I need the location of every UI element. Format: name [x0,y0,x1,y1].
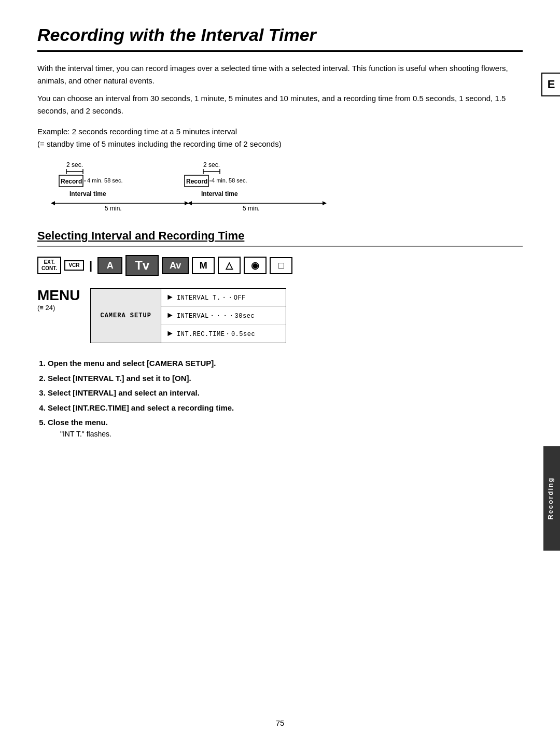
menu-area: MENU (≡ 24) CAMERA SETUP ► INTERVAL T.・・… [37,288,523,343]
menu-item-2: ► INTERVAL・・・・30sec [161,307,286,325]
step-4: Select [INT.REC.TIME] and select a recor… [48,402,523,414]
body-paragraph1: With the interval timer, you can record … [37,62,523,87]
mode-btn-circle[interactable]: ◉ [244,257,267,274]
menu-camera-setup: CAMERA SETUP [91,289,161,343]
menu-item-1: ► INTERVAL T.・・OFF [161,289,286,307]
step-5: Close the menu. "INT T." flashes. [48,417,523,440]
step-2: Select [INTERVAL T.] and set it to [ON]. [48,373,523,385]
steps-list: Open the menu and select [CAMERA SETUP].… [48,358,523,440]
example-line2: (= standby time of 5 minutes including t… [37,138,523,150]
svg-text:Interval time: Interval time [201,190,238,198]
side-tab-recording: Recording [543,446,560,551]
svg-text:Record: Record [186,178,207,185]
step-3: Select [INTERVAL] and select an interval… [48,387,523,399]
menu-label: MENU [37,288,80,303]
example-line1: Example: 2 seconds recording time at a 5… [37,125,523,138]
diagram-label-2sec-left: 2 sec. [66,161,83,168]
section-heading: Selecting Interval and Recording Time [37,229,523,247]
mode-btn-m[interactable]: M [192,257,215,274]
svg-marker-22 [323,201,327,205]
mode-btn-vcr[interactable]: VCR [64,260,84,271]
svg-marker-21 [188,201,192,205]
svg-marker-17 [51,201,55,205]
mode-btn-triangle[interactable]: △ [218,257,241,274]
body-paragraph2: You can choose an interval from 30 secon… [37,92,523,117]
arrow-icon-2: ► [167,311,173,320]
diagram-label-2sec-right: 2 sec. [203,161,220,168]
mode-btn-square[interactable]: □ [270,257,292,274]
step-1: Open the menu and select [CAMERA SETUP]. [48,358,523,370]
svg-text:5 min.: 5 min. [105,205,122,212]
arrow-icon-1: ► [167,293,173,302]
svg-text:5 min.: 5 min. [243,205,260,212]
page-number: 75 [276,719,285,727]
mode-btn-av[interactable]: Av [162,257,189,274]
mode-separator: | [89,259,92,272]
menu-item-3: ► INT.REC.TIME・0.5sec [161,325,286,343]
menu-diagram: CAMERA SETUP ► INTERVAL T.・・OFF ► INTERV… [90,288,286,343]
mode-buttons-row: EXT.CONT. VCR | A Tv Av M △ ◉ [37,255,523,276]
svg-text:Record: Record [61,178,82,185]
mode-btn-a[interactable]: A [97,257,122,274]
svg-text:4 min. 58 sec.: 4 min. 58 sec. [212,177,247,184]
mode-btn-tv[interactable]: Tv [125,255,159,276]
mode-btn-ext-cont[interactable]: EXT.CONT. [37,257,61,274]
menu-right-column: ► INTERVAL T.・・OFF ► INTERVAL・・・・30sec ►… [161,289,286,343]
menu-ref: (≡ 24) [37,304,55,312]
arrow-icon-3: ► [167,329,173,339]
svg-text:4 min. 58 sec.: 4 min. 58 sec. [87,177,122,184]
interval-diagram: 2 sec. 2 sec. Record 4 min. 58 sec. Reco… [48,160,523,217]
page-title: Recording with the Interval Timer [37,25,523,52]
svg-text:Interval time: Interval time [69,190,106,198]
side-tab-e: E [541,73,560,96]
step-5-note: "INT T." flashes. [60,429,523,440]
